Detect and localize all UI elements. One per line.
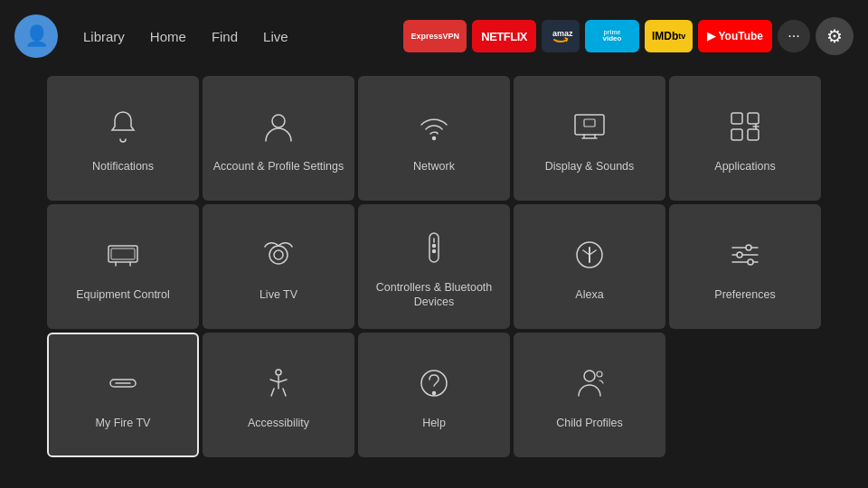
svg-rect-12 [111,249,135,259]
account-icon [255,103,302,150]
svg-rect-6 [748,113,759,124]
settings-grid: Notifications Account & Profile Settings… [0,72,868,457]
nav-find[interactable]: Find [201,23,249,50]
svg-rect-4 [584,119,595,127]
accessibility-label: Accessibility [241,416,316,430]
nav-live[interactable]: Live [252,23,299,50]
more-button[interactable]: ··· [778,20,810,52]
sliders-icon [722,231,769,278]
childprofiles-icon [566,360,613,407]
app-icons-bar: ExpressVPN NETFLIX amazon primevideo IMD… [403,17,854,55]
display-label: Display & Sounds [538,159,642,174]
svg-rect-8 [748,129,759,140]
grid-item-account[interactable]: Account & Profile Settings [203,76,354,201]
grid-item-notifications[interactable]: Notifications [47,76,199,201]
grid-item-controllers[interactable]: Controllers & Bluetooth Devices [358,204,510,329]
app-expressvpn[interactable]: ExpressVPN [403,20,467,52]
livetv-label: Live TV [252,287,305,302]
settings-button[interactable]: ⚙ [816,17,854,55]
grid-item-preferences[interactable]: Preferences [669,204,821,329]
svg-point-25 [748,259,753,265]
svg-rect-5 [731,113,742,124]
svg-point-32 [597,371,602,377]
svg-point-23 [746,245,751,250]
grid-item-myfiretv[interactable]: My Fire TV [47,333,199,457]
nav-home[interactable]: Home [139,23,197,50]
nav-links: Library Home Find Live [72,23,299,50]
remote-icon [410,224,458,271]
display-icon [566,103,613,150]
svg-point-17 [433,244,436,247]
svg-rect-3 [575,115,604,135]
svg-point-31 [584,371,595,381]
svg-point-30 [433,391,436,394]
app-netflix[interactable]: NETFLIX [472,20,536,52]
myfiretv-label: My Fire TV [89,416,158,430]
app-imdb[interactable]: IMDb tv [645,20,693,52]
help-icon [410,360,458,407]
svg-point-13 [269,246,288,264]
svg-point-18 [433,249,436,252]
grid-item-alexa[interactable]: Alexa [514,204,665,329]
app-prime[interactable]: primevideo [585,20,639,52]
alexa-label: Alexa [568,287,610,302]
app-amazon[interactable]: amazon [542,20,580,52]
grid-item-network[interactable]: Network [358,76,510,201]
controllers-label: Controllers & Bluetooth Devices [358,280,510,310]
bell-icon [99,103,146,150]
notifications-label: Notifications [85,159,161,174]
svg-point-2 [433,136,436,139]
grid-item-display[interactable]: Display & Sounds [514,76,665,201]
accessibility-icon [255,360,302,407]
account-label: Account & Profile Settings [206,159,352,174]
network-label: Network [406,159,462,174]
antenna-icon [255,231,302,278]
alexa-icon [566,231,613,278]
wifi-icon [410,103,458,150]
help-label: Help [415,416,453,430]
apps-icon [722,103,769,150]
app-youtube[interactable]: ▶ YouTube [698,20,772,52]
svg-point-1 [272,115,285,127]
firetv-icon [99,360,146,407]
svg-point-14 [274,250,283,259]
grid-item-accessibility[interactable]: Accessibility [203,333,354,457]
equipment-label: Equipment Control [69,287,177,302]
grid-item-help[interactable]: Help [358,333,510,457]
applications-label: Applications [707,159,782,174]
top-navigation: 👤 Library Home Find Live ExpressVPN NETF… [0,0,868,72]
svg-point-28 [276,370,281,375]
grid-item-applications[interactable]: Applications [669,76,821,201]
nav-library[interactable]: Library [72,23,136,50]
grid-item-livetv[interactable]: Live TV [203,204,354,329]
svg-text:amazon: amazon [552,29,573,38]
grid-item-equipment[interactable]: Equipment Control [47,204,199,329]
svg-rect-7 [731,129,742,140]
childprofiles-label: Child Profiles [549,416,630,430]
equipment-icon [99,231,146,278]
avatar[interactable]: 👤 [14,14,58,58]
grid-item-childprofiles[interactable]: Child Profiles [514,333,665,457]
preferences-label: Preferences [707,287,782,302]
svg-point-24 [737,252,742,258]
